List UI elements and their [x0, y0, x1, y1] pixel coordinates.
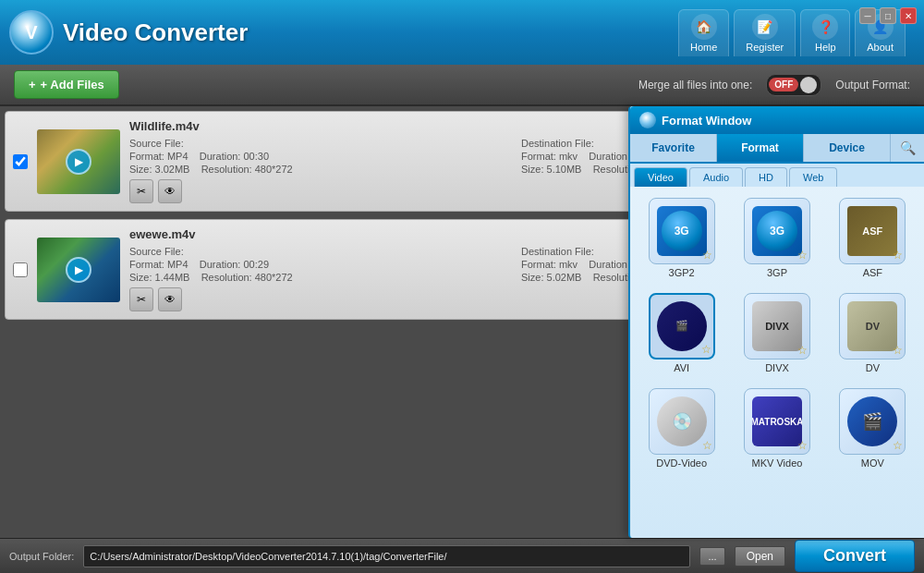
star-mov: ☆ [893, 439, 903, 452]
subtab-audio[interactable]: Audio [689, 167, 743, 187]
format-grid-container: 3G ☆ 3GP2 3G ☆ 3GP [630, 187, 924, 538]
output-format-label: Output Format: [835, 79, 910, 91]
status-bar: Output Folder: ... Open Convert [0, 538, 924, 573]
format-icon-3gp2: 3G ☆ [649, 198, 715, 264]
format-icon-dvd: 💿 ☆ [649, 388, 715, 455]
cut-button-2[interactable]: ✂ [129, 287, 153, 311]
format-label-asf: ASF [863, 267, 882, 278]
format-label-dv: DV [866, 362, 880, 373]
star-divx: ☆ [797, 344, 808, 357]
file-checkbox-2[interactable] [13, 262, 28, 277]
maximize-button[interactable]: □ [880, 7, 896, 24]
tab-format[interactable]: Format [717, 134, 804, 162]
preview-button-1[interactable]: 👁 [158, 179, 182, 203]
star-asf: ☆ [893, 249, 903, 262]
format-item-divx[interactable]: DIVX ☆ DIVX [733, 289, 821, 377]
nav-register[interactable]: 📝 Register [734, 9, 796, 56]
tab-device[interactable]: Device [804, 134, 891, 162]
add-files-label: + Add Files [41, 78, 104, 91]
logo-letter: V [25, 22, 37, 43]
format-icon-divx: DIVX ☆ [744, 293, 810, 360]
star-dv: ☆ [893, 344, 903, 357]
format-icon-mov: 🎬 ☆ [839, 388, 906, 455]
merge-label: Merge all files into one: [638, 79, 752, 91]
nav-home[interactable]: 🏠 Home [678, 9, 729, 56]
format-item-dvd[interactable]: 💿 ☆ DVD-Video [638, 384, 725, 472]
preview-button-2[interactable]: 👁 [158, 287, 182, 311]
toolbar: + + Add Files Merge all files into one: … [0, 65, 924, 106]
format-icon-dv: DV ☆ [839, 293, 906, 360]
file-checkbox-1[interactable] [13, 154, 28, 169]
add-files-button[interactable]: + + Add Files [14, 70, 119, 99]
format-item-3gp[interactable]: 3G ☆ 3GP [733, 194, 821, 282]
tab-favorite[interactable]: Favorite [630, 134, 717, 162]
home-icon: 🏠 [691, 14, 717, 40]
close-button[interactable]: ✕ [900, 7, 917, 24]
add-files-icon: + [29, 78, 36, 91]
open-button[interactable]: Open [735, 546, 785, 567]
search-tab[interactable]: 🔍 [891, 134, 924, 162]
src-label-1: Source File: [129, 138, 519, 149]
format-subtabs: Video Audio HD Web [630, 164, 924, 187]
format-grid: 3G ☆ 3GP2 3G ☆ 3GP [638, 194, 917, 472]
format-tabs: Favorite Format Device 🔍 [630, 134, 924, 164]
format-label-dvd: DVD-Video [656, 457, 707, 469]
src-label-2: Source File: [129, 246, 519, 257]
nav-help-label: Help [815, 42, 836, 53]
format-icon-mkv: MATROSKA ☆ [744, 388, 810, 455]
star-3gp2: ☆ [702, 249, 712, 262]
format-label-mov: MOV [861, 457, 884, 469]
nav-help[interactable]: ❓ Help [800, 9, 850, 56]
cut-button-1[interactable]: ✂ [129, 179, 153, 203]
nav-home-label: Home [690, 42, 717, 53]
play-icon-2: ▶ [66, 257, 91, 283]
format-label-3gp2: 3GP2 [669, 267, 695, 278]
format-item-avi[interactable]: 🎬 ☆ AVI [638, 289, 725, 377]
src-size-2: Size: 1.44MB Resolution: 480*272 [129, 272, 519, 283]
star-3gp: ☆ [797, 249, 808, 262]
merge-slider [800, 77, 817, 93]
title-bar: V Video Converter 🏠 Home 📝 Register ❓ He… [0, 0, 924, 65]
subtab-video[interactable]: Video [634, 167, 687, 187]
nav-register-label: Register [746, 42, 784, 53]
format-item-mov[interactable]: 🎬 ☆ MOV [829, 384, 917, 472]
merge-off-label: OFF [769, 78, 798, 91]
format-window-header: Format Window [630, 106, 924, 134]
src-format-2: Format: MP4 Duration: 00:29 [129, 259, 519, 270]
format-item-mkv[interactable]: MATROSKA ☆ MKV Video [733, 384, 821, 472]
convert-button[interactable]: Convert [795, 540, 915, 572]
main-content: ▶ Wildlife.m4v Source File: Destination … [0, 106, 924, 538]
star-dvd: ☆ [702, 439, 712, 452]
output-folder-input[interactable] [83, 545, 690, 567]
star-avi: ☆ [701, 343, 711, 356]
output-folder-label: Output Folder: [9, 551, 74, 562]
format-label-avi: AVI [674, 362, 689, 373]
format-label-mkv: MKV Video [752, 457, 803, 469]
minimize-button[interactable]: ─ [859, 7, 876, 24]
register-icon: 📝 [752, 14, 778, 40]
format-item-dv[interactable]: DV ☆ DV [829, 289, 917, 377]
format-window: Format Window Favorite Format Device 🔍 V… [628, 106, 924, 538]
src-size-1: Size: 3.02MB Resolution: 480*272 [129, 164, 519, 175]
format-label-divx: DIVX [765, 362, 789, 373]
format-icon-asf: ASF ☆ [839, 198, 906, 264]
src-format-1: Format: MP4 Duration: 00:30 [129, 151, 519, 162]
format-icon-3gp: 3G ☆ [744, 198, 810, 264]
format-label-3gp: 3GP [767, 267, 787, 278]
browse-button[interactable]: ... [699, 547, 724, 566]
app-logo: V [9, 10, 54, 55]
window-controls: ─ □ ✕ [859, 7, 917, 24]
format-window-icon [639, 112, 656, 128]
subtab-hd[interactable]: HD [745, 167, 787, 187]
merge-toggle[interactable]: OFF [766, 74, 821, 96]
format-item-3gp2[interactable]: 3G ☆ 3GP2 [638, 194, 725, 282]
format-icon-avi: 🎬 ☆ [649, 293, 715, 360]
subtab-web[interactable]: Web [789, 167, 837, 187]
nav-about-label: About [867, 42, 894, 53]
file-thumbnail-1: ▶ [37, 129, 120, 194]
format-item-asf[interactable]: ASF ☆ ASF [829, 194, 917, 282]
play-icon-1: ▶ [66, 149, 91, 175]
format-window-title: Format Window [662, 114, 751, 128]
help-icon: ❓ [812, 14, 838, 40]
file-thumbnail-2: ▶ [37, 238, 120, 302]
